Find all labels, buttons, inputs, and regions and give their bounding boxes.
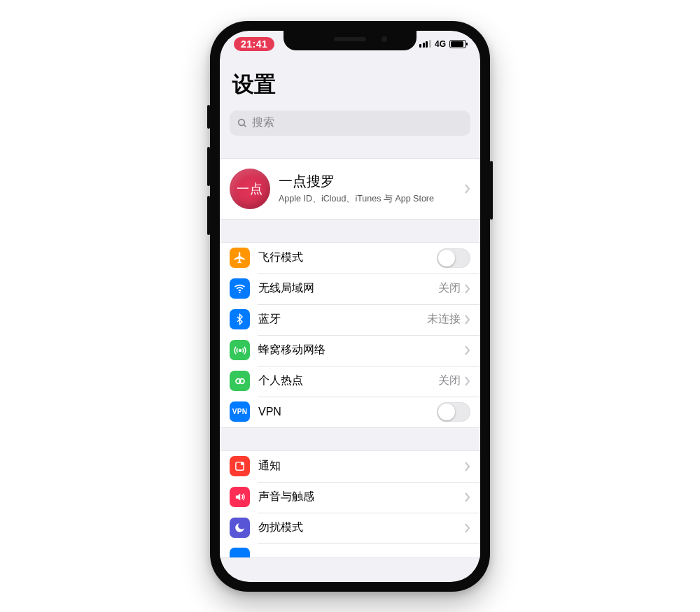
hotspot-icon bbox=[230, 371, 250, 391]
device-frame: 21:41 4G 设置 搜索 一点 一点搜罗 bbox=[210, 21, 490, 592]
chevron-right-icon bbox=[465, 462, 470, 471]
chevron-right-icon bbox=[465, 184, 470, 194]
avatar: 一点 bbox=[230, 169, 270, 209]
bluetooth-row[interactable]: 蓝牙 未连接 bbox=[220, 304, 480, 335]
dnd-label: 勿扰模式 bbox=[258, 520, 465, 535]
wifi-label: 无线局域网 bbox=[258, 281, 438, 296]
sounds-label: 声音与触感 bbox=[258, 490, 465, 504]
partial-row[interactable] bbox=[220, 543, 480, 557]
airplane-icon bbox=[230, 248, 250, 268]
screen: 21:41 4G 设置 搜索 一点 一点搜罗 bbox=[220, 31, 480, 582]
settings-scroll[interactable]: 设置 搜索 一点 一点搜罗 Apple ID、iCloud、iTunes 与 A… bbox=[220, 31, 480, 582]
battery-icon bbox=[449, 40, 466, 48]
airplane-label: 飞行模式 bbox=[258, 250, 437, 265]
vpn-icon: VPN bbox=[230, 401, 250, 422]
svg-point-0 bbox=[239, 119, 245, 125]
bluetooth-detail: 未连接 bbox=[427, 312, 461, 327]
signal-icon bbox=[419, 40, 431, 48]
connectivity-group: 飞行模式 无线局域网 关闭 蓝牙 未连接 bbox=[220, 242, 480, 428]
apple-id-row[interactable]: 一点 一点搜罗 Apple ID、iCloud、iTunes 与 App Sto… bbox=[220, 159, 480, 219]
svg-point-3 bbox=[239, 349, 241, 351]
profile-group: 一点 一点搜罗 Apple ID、iCloud、iTunes 与 App Sto… bbox=[220, 158, 480, 220]
search-placeholder: 搜索 bbox=[252, 115, 274, 130]
wifi-row[interactable]: 无线局域网 关闭 bbox=[220, 273, 480, 304]
moon-icon bbox=[230, 518, 250, 538]
dnd-row[interactable]: 勿扰模式 bbox=[220, 513, 480, 543]
cellular-label: 蜂窝移动网络 bbox=[258, 343, 465, 357]
chevron-right-icon bbox=[465, 492, 470, 502]
profile-subtitle: Apple ID、iCloud、iTunes 与 App Store bbox=[279, 193, 465, 205]
svg-line-1 bbox=[244, 124, 246, 127]
system-group: 通知 声音与触感 勿扰模式 bbox=[220, 450, 480, 558]
chevron-right-icon bbox=[465, 315, 470, 325]
wifi-icon bbox=[230, 278, 250, 299]
notch bbox=[284, 31, 416, 50]
vpn-label: VPN bbox=[258, 406, 437, 418]
wifi-detail: 关闭 bbox=[438, 281, 461, 296]
chevron-right-icon bbox=[465, 523, 470, 533]
sounds-icon bbox=[230, 487, 250, 507]
network-label: 4G bbox=[435, 39, 446, 49]
bluetooth-label: 蓝牙 bbox=[258, 312, 427, 327]
svg-point-7 bbox=[241, 462, 244, 466]
search-input[interactable]: 搜索 bbox=[230, 111, 470, 136]
status-time: 21:41 bbox=[234, 37, 274, 51]
chevron-right-icon bbox=[465, 376, 470, 386]
profile-name: 一点搜罗 bbox=[279, 172, 465, 191]
airplane-mode-row[interactable]: 飞行模式 bbox=[220, 243, 480, 273]
notifications-label: 通知 bbox=[258, 459, 465, 474]
sounds-row[interactable]: 声音与触感 bbox=[220, 482, 480, 513]
hotspot-label: 个人热点 bbox=[258, 373, 438, 388]
svg-point-2 bbox=[239, 292, 240, 293]
chevron-right-icon bbox=[465, 284, 470, 294]
search-icon bbox=[237, 118, 248, 129]
chevron-right-icon bbox=[465, 346, 470, 355]
vpn-row[interactable]: VPN VPN bbox=[220, 397, 480, 427]
hotspot-row[interactable]: 个人热点 关闭 bbox=[220, 366, 480, 397]
vpn-toggle[interactable] bbox=[437, 402, 470, 422]
page-title: 设置 bbox=[232, 70, 468, 99]
hotspot-detail: 关闭 bbox=[438, 373, 461, 388]
partial-icon bbox=[230, 548, 250, 557]
cellular-icon bbox=[230, 340, 250, 360]
cellular-row[interactable]: 蜂窝移动网络 bbox=[220, 335, 480, 366]
airplane-toggle[interactable] bbox=[437, 248, 470, 268]
notifications-row[interactable]: 通知 bbox=[220, 451, 480, 482]
bluetooth-icon bbox=[230, 309, 250, 329]
notifications-icon bbox=[230, 456, 250, 476]
